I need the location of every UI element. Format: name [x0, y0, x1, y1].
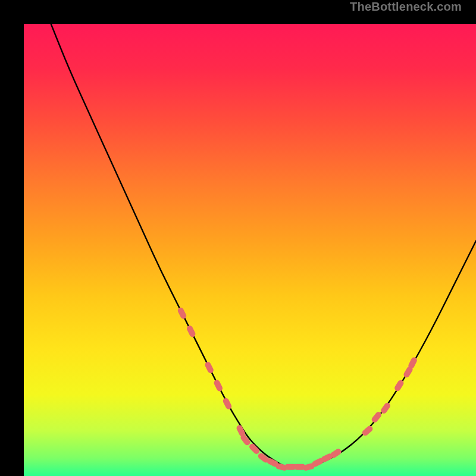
bottleneck-chart — [24, 24, 476, 476]
chart-background — [24, 24, 476, 476]
watermark-text: TheBottleneck.com — [350, 0, 462, 14]
chart-frame — [12, 12, 464, 464]
